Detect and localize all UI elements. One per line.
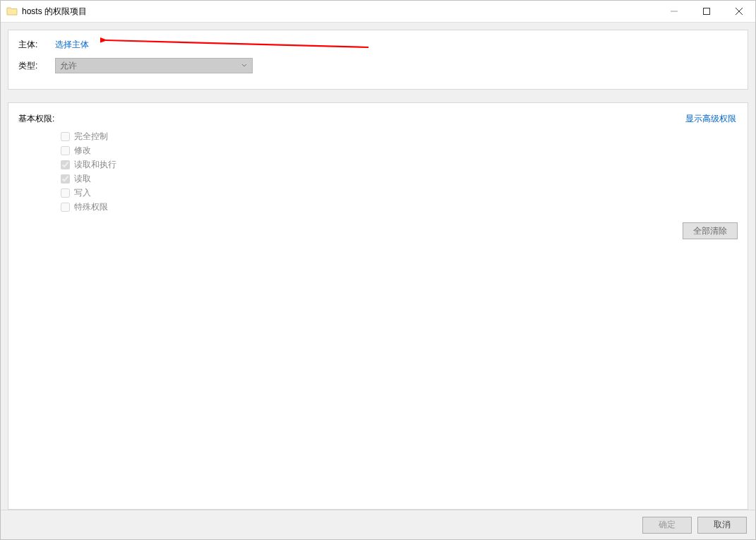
caption-buttons (658, 1, 755, 22)
type-dropdown-value: 允许 (60, 60, 77, 72)
dialog-window: hosts 的权限项目 主体: 选择主体 类型: 允许 (0, 0, 756, 540)
permissions-header: 基本权限: 显示高级权限 (18, 113, 738, 125)
minimize-button[interactable] (658, 1, 690, 22)
permission-checkbox[interactable] (61, 203, 70, 212)
title-bar: hosts 的权限项目 (1, 1, 755, 23)
svg-rect-1 (704, 8, 710, 15)
maximize-button[interactable] (690, 1, 723, 22)
type-row: 类型: 允许 (18, 58, 738, 73)
dialog-footer: 确定 取消 (1, 510, 755, 539)
cancel-button[interactable]: 取消 (697, 517, 747, 534)
window-title: hosts 的权限项目 (22, 6, 87, 18)
permission-list: 完全控制修改读取和执行读取写入特殊权限 (61, 129, 738, 214)
type-dropdown[interactable]: 允许 (55, 58, 253, 73)
type-label: 类型: (18, 60, 55, 72)
permission-label: 读取和执行 (74, 159, 116, 171)
permission-label: 完全控制 (74, 131, 108, 143)
permission-item[interactable]: 读取和执行 (61, 157, 738, 172)
principal-row: 主体: 选择主体 (18, 39, 738, 51)
principal-panel: 主体: 选择主体 类型: 允许 (8, 30, 748, 90)
folder-icon (6, 6, 18, 17)
permission-label: 读取 (74, 173, 91, 185)
permission-checkbox[interactable] (61, 188, 70, 198)
select-principal-link[interactable]: 选择主体 (55, 39, 89, 51)
permission-item[interactable]: 特殊权限 (61, 200, 738, 214)
permission-label: 写入 (74, 187, 91, 199)
permission-item[interactable]: 写入 (61, 186, 738, 200)
clear-all-button[interactable]: 全部清除 (683, 222, 738, 239)
basic-permissions-panel: 基本权限: 显示高级权限 完全控制修改读取和执行读取写入特殊权限 全部清除 (8, 102, 748, 510)
permission-checkbox[interactable] (61, 174, 70, 184)
basic-permissions-title: 基本权限: (18, 113, 54, 125)
ok-button[interactable]: 确定 (642, 517, 692, 534)
dialog-body: 主体: 选择主体 类型: 允许 (1, 23, 755, 510)
chevron-down-icon (241, 62, 248, 69)
permission-checkbox[interactable] (61, 160, 70, 169)
show-advanced-link[interactable]: 显示高级权限 (685, 113, 736, 125)
permission-label: 修改 (74, 145, 91, 157)
permission-checkbox[interactable] (61, 146, 70, 155)
close-button[interactable] (723, 1, 755, 22)
permission-checkbox[interactable] (61, 132, 70, 141)
permission-item[interactable]: 读取 (61, 172, 738, 186)
permission-label: 特殊权限 (74, 201, 108, 213)
permission-item[interactable]: 修改 (61, 143, 738, 157)
permission-item[interactable]: 完全控制 (61, 129, 738, 143)
principal-label: 主体: (18, 39, 55, 51)
